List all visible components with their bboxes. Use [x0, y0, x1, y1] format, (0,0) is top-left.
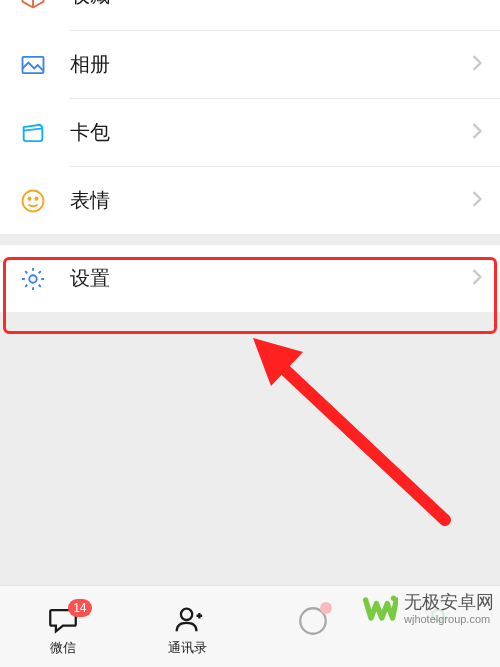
menu-item-favorites[interactable]: 收藏 — [0, 0, 500, 30]
badge-count: 14 — [68, 599, 91, 617]
chevron-right-icon — [472, 0, 482, 1]
tab-chats[interactable]: 14 微信 — [0, 603, 125, 657]
smile-icon — [18, 186, 48, 216]
menu-item-settings[interactable]: 设置 — [0, 245, 500, 312]
svg-point-2 — [28, 197, 30, 199]
dot-badge — [320, 602, 332, 614]
chevron-right-icon — [472, 269, 482, 288]
chevron-right-icon — [472, 123, 482, 142]
image-icon — [18, 50, 48, 80]
cube-icon — [18, 0, 48, 12]
chat-icon: 14 — [46, 603, 80, 637]
tab-label — [436, 640, 440, 655]
watermark: 无极安卓网 wjhotelgroup.com — [362, 591, 494, 627]
watermark-name: 无极安卓网 — [404, 593, 494, 613]
menu-label: 设置 — [70, 265, 472, 292]
menu-item-album[interactable]: 相册 — [0, 31, 500, 98]
svg-point-1 — [23, 190, 44, 211]
chevron-right-icon — [472, 55, 482, 74]
menu-label: 相册 — [70, 51, 472, 78]
contacts-icon — [171, 603, 205, 637]
compass-icon — [296, 604, 330, 638]
svg-point-5 — [180, 608, 191, 619]
gear-icon — [18, 264, 48, 294]
menu-label: 卡包 — [70, 119, 472, 146]
menu-label: 收藏 — [70, 0, 472, 9]
tab-label — [311, 640, 315, 655]
tab-contacts[interactable]: 通讯录 — [125, 603, 250, 657]
card-icon — [18, 118, 48, 148]
tab-discover[interactable] — [250, 604, 375, 655]
watermark-url: wjhotelgroup.com — [404, 613, 494, 625]
chevron-right-icon — [472, 191, 482, 210]
menu-item-wallet[interactable]: 卡包 — [0, 99, 500, 166]
watermark-logo-icon — [362, 591, 398, 627]
svg-point-3 — [35, 197, 37, 199]
svg-point-9 — [391, 596, 396, 601]
tab-label: 微信 — [50, 639, 76, 657]
menu-label: 表情 — [70, 187, 472, 214]
tab-label: 通讯录 — [168, 639, 207, 657]
menu-item-stickers[interactable]: 表情 — [0, 167, 500, 234]
svg-point-4 — [29, 275, 36, 282]
